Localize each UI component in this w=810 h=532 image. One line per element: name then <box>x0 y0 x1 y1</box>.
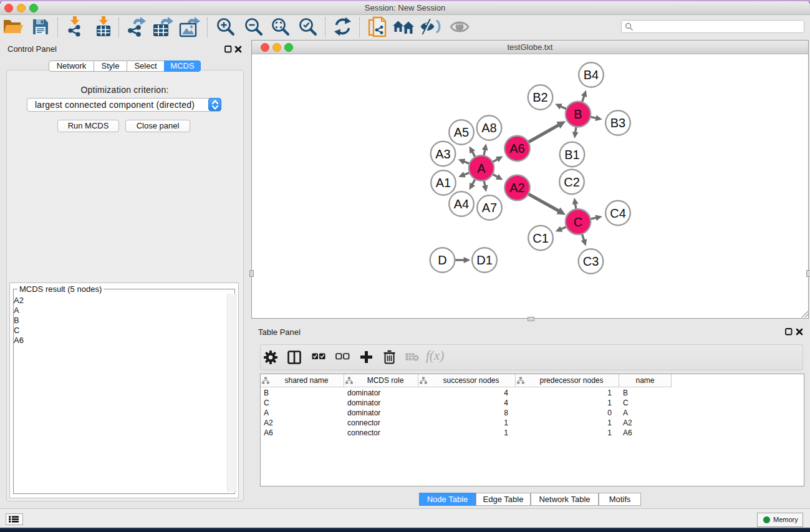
svg-text:C: C <box>574 215 582 229</box>
svg-text:C2: C2 <box>564 175 580 189</box>
svg-text:A4: A4 <box>454 197 469 211</box>
svg-text:A5: A5 <box>454 125 469 139</box>
svg-text:B1: B1 <box>564 148 579 162</box>
svg-text:A7: A7 <box>482 201 497 215</box>
svg-text:A: A <box>477 162 486 175</box>
svg-text:C3: C3 <box>583 254 599 268</box>
svg-text:C4: C4 <box>610 206 626 220</box>
svg-text:A3: A3 <box>435 147 450 161</box>
svg-text:B3: B3 <box>610 116 625 130</box>
svg-text:D: D <box>438 253 446 267</box>
svg-text:A2: A2 <box>509 181 524 195</box>
svg-text:B: B <box>574 107 582 121</box>
svg-text:D1: D1 <box>476 253 493 267</box>
svg-text:A8: A8 <box>481 121 496 135</box>
svg-text:C1: C1 <box>533 231 549 245</box>
svg-text:A6: A6 <box>509 142 524 155</box>
svg-text:B2: B2 <box>533 90 547 104</box>
svg-text:B4: B4 <box>584 68 599 82</box>
svg-text:A1: A1 <box>436 176 451 190</box>
